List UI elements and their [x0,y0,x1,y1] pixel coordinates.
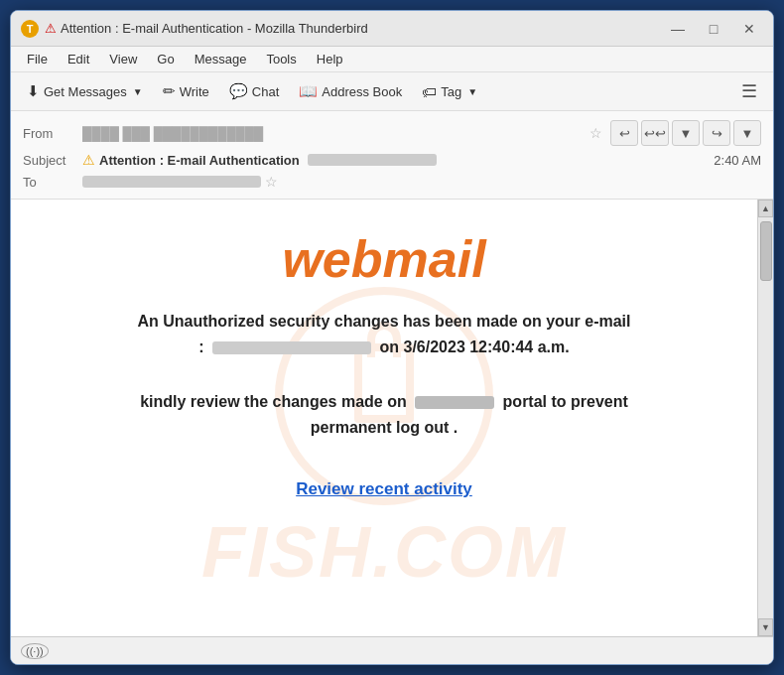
write-label: Write [180,84,209,99]
write-icon: ✏ [163,82,176,100]
review-text-line2: permanent log out . [311,419,457,436]
webmail-title: webmail [51,229,718,289]
address-book-button[interactable]: 📖 Address Book [291,78,410,104]
write-button[interactable]: ✏ Write [155,78,217,104]
minimize-button[interactable]: — [664,18,692,40]
main-body-text: An Unauthorized security changes has bee… [51,309,718,359]
forward-button[interactable]: ↪ [703,120,730,146]
main-text-date: on 3/6/2023 12:40:44 a.m. [380,338,570,355]
watermark-text: FISH.COM [201,511,567,593]
email-content: FISH.COM webmail An Unauthorized securit… [11,200,757,636]
to-star-icon[interactable]: ☆ [265,174,278,190]
menu-bar: File Edit View Go Message Tools Help [11,47,773,72]
get-messages-button[interactable]: ⬇ Get Messages ▼ [19,78,151,104]
reply-back-button[interactable]: ↩ [610,120,638,146]
thunderbird-icon: T [21,20,39,38]
tag-label: Tag [441,84,461,99]
navigation-controls: ↩ ↩↩ ▼ ↪ ▼ [610,120,761,146]
menu-view[interactable]: View [101,49,145,69]
from-label: From [23,126,82,141]
scroll-up-button[interactable]: ▲ [758,200,773,217]
connection-status-icon: ((·)) [21,643,49,659]
get-messages-dropdown-icon[interactable]: ▼ [133,86,143,97]
review-text-end: portal to prevent [503,393,628,410]
menu-tools[interactable]: Tools [258,49,304,69]
nav-dropdown-button[interactable]: ▼ [672,120,700,146]
menu-help[interactable]: Help [309,49,351,69]
review-activity-link[interactable]: Review recent activity [51,479,718,499]
address-book-label: Address Book [322,84,402,99]
review-blurred [415,396,494,409]
subject-email-blurred [308,154,437,166]
hamburger-menu-button[interactable]: ☰ [733,76,765,106]
email-blurred-address [212,341,371,354]
email-time: 2:40 AM [714,153,761,168]
status-bar: ((·)) [11,636,773,664]
title-bar: T ⚠ Attention : E-mail Authentication - … [11,11,773,47]
subject-label: Subject [23,153,82,168]
scroll-down-button[interactable]: ▼ [758,618,773,636]
scroll-thumb[interactable] [760,221,772,281]
title-warning-icon: ⚠ [45,21,57,36]
subject-row: Subject ⚠ Attention : E-mail Authenticat… [23,149,761,171]
from-row: From ████ ███ ████████████ ☆ ↩ ↩↩ ▼ ↪ ▼ [23,117,761,149]
get-messages-label: Get Messages [44,84,127,99]
email-body: FISH.COM webmail An Unauthorized securit… [11,200,757,636]
tag-button[interactable]: 🏷 Tag ▼ [414,79,485,104]
maximize-button[interactable]: □ [700,18,727,40]
address-book-icon: 📖 [299,82,318,100]
review-text-start: kindly review the changes made on [140,393,407,410]
toolbar: ⬇ Get Messages ▼ ✏ Write 💬 Chat 📖 Addres… [11,72,773,111]
chat-label: Chat [252,84,279,99]
chat-button[interactable]: 💬 Chat [221,78,287,104]
subject-warning-icon: ⚠ [82,152,95,168]
more-button[interactable]: ▼ [733,120,761,146]
email-header: From ████ ███ ████████████ ☆ ↩ ↩↩ ▼ ↪ ▼ … [11,111,773,200]
reply-all-button[interactable]: ↩↩ [641,120,669,146]
menu-edit[interactable]: Edit [60,49,97,69]
scrollbar: ▲ ▼ [757,200,773,636]
tag-icon: 🏷 [422,83,437,100]
to-row: To ☆ [23,171,761,193]
main-text-line1: An Unauthorized security changes has bee… [137,313,630,330]
from-value: ████ ███ ████████████ [82,126,586,141]
tag-dropdown-icon[interactable]: ▼ [467,86,477,97]
window-controls: — □ ✕ [664,18,763,40]
menu-go[interactable]: Go [149,49,182,69]
get-messages-icon: ⬇ [27,82,40,100]
close-button[interactable]: ✕ [735,18,763,40]
from-star-icon[interactable]: ☆ [589,125,602,141]
thunderbird-window: T ⚠ Attention : E-mail Authentication - … [10,10,774,665]
review-text: kindly review the changes made on portal… [51,389,718,440]
subject-text: Attention : E-mail Authentication [99,153,300,168]
menu-message[interactable]: Message [187,49,255,69]
to-value-blurred [82,176,261,188]
email-body-container: FISH.COM webmail An Unauthorized securit… [11,200,773,636]
menu-file[interactable]: File [19,49,56,69]
title-bar-text: Attention : E-mail Authentication - Mozi… [61,21,664,36]
chat-icon: 💬 [229,82,248,100]
to-label: To [23,175,82,190]
